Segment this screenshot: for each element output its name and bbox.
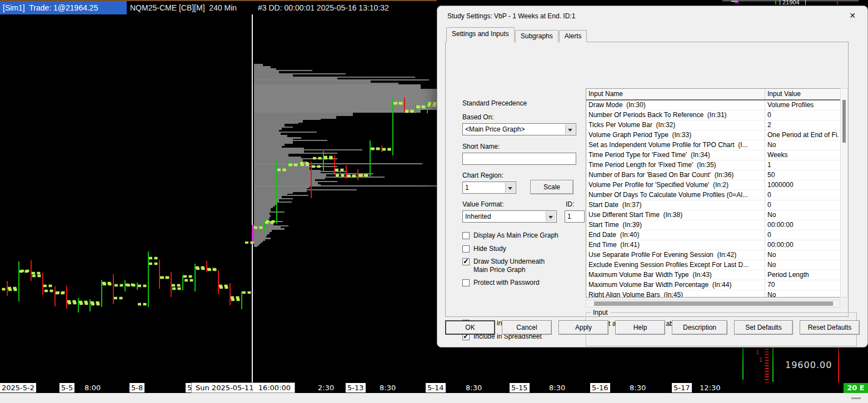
table-row[interactable]: Start Time (In:39)00:00:00 [586,220,847,230]
tab-alerts[interactable]: Alerts [559,30,587,42]
table-row[interactable]: Time Period Type for 'Fixed Time' (In:34… [586,150,847,160]
input-name-cell[interactable]: Number Of Days To Calculate Volume Profi… [586,190,765,200]
input-value-cell[interactable]: 0 [765,110,847,120]
input-name-cell[interactable]: Maximum Volume Bar Width Type (In:43) [586,270,765,280]
table-row[interactable]: Exclude Evening Session Profiles Except … [586,260,847,270]
input-value-cell[interactable]: 0 [765,190,847,200]
inputs-table-header[interactable]: Input Name Input Value [586,89,847,100]
table-row[interactable]: Maximum Volume Bar Width Type (In:43)Per… [586,270,847,280]
input-value-cell[interactable]: No [765,140,847,150]
based-on-dropdown[interactable]: <Main Price Graph> [462,123,576,135]
input-value-cell[interactable]: 0 [765,200,847,210]
input-value-cell[interactable]: One Period at End of Fi. [765,130,847,140]
set-defaults-button[interactable]: Set Defaults [734,320,793,335]
input-value-cell[interactable]: 0 [765,230,847,240]
table-row[interactable]: Number Of Periods Back To Reference (In:… [586,110,847,120]
input-value-cell[interactable]: 50 [765,170,847,180]
input-value-cell[interactable]: 00:00:00 [765,240,847,250]
table-row[interactable]: Use Separate Profile For Evening Session… [586,250,847,260]
unchecked-checkbox-icon[interactable] [462,245,470,253]
input-name-cell[interactable]: Start Date (In:37) [586,200,765,210]
checked-checkbox-icon[interactable] [462,258,470,265]
horizontal-scrollbar-thumb[interactable] [594,301,833,306]
unchecked-checkbox-icon[interactable] [462,232,470,239]
table-row[interactable]: Draw Mode (In:30)Volume Profiles [586,100,847,110]
input-name-cell[interactable]: Volume Per Profile for 'Specified Volume… [586,180,765,190]
input-value-cell[interactable]: Weeks [765,150,847,160]
input-value-cell[interactable]: 1 [765,160,847,170]
input-name-cell[interactable]: End Date (In:40) [586,230,765,240]
column-input-value[interactable]: Input Value [765,89,847,99]
table-row[interactable]: Number of Bars for 'Based On Bar Count' … [586,170,847,180]
input-name-cell[interactable]: Time Period Length for 'Fixed Time' (In:… [586,160,765,170]
checkbox-display-as-main-price-graph[interactable]: Display As Main Price Graph [462,231,558,240]
input-name-cell[interactable]: Maximum Volume Bar Width Percentage (In:… [586,280,765,290]
reset-defaults-button[interactable]: Reset Defaults [800,320,860,335]
table-row[interactable]: Volume Per Profile for 'Specified Volume… [586,180,847,190]
id-input[interactable]: 1 [565,210,585,223]
value-format-dropdown[interactable]: Inherited [462,210,557,223]
input-value-cell[interactable]: 70 [765,280,847,290]
input-name-cell[interactable]: Number of Bars for 'Based On Bar Count' … [586,170,765,180]
input-value-cell[interactable]: No [765,210,847,220]
table-row[interactable]: Use Different Start Time (In:38)No [586,210,847,220]
input-name-cell[interactable]: End Time (In:41) [586,240,765,250]
scale-button[interactable]: Scale [530,180,573,194]
input-name-cell[interactable]: Volume Graph Period Type (In:33) [586,130,765,140]
table-row[interactable]: End Time (In:41)00:00:00 [586,240,847,250]
input-value-cell[interactable]: No [765,290,847,298]
chart-region-dropdown[interactable]: 1 [462,182,516,194]
input-value-cell[interactable]: 1000000 [765,180,847,190]
chevron-down-icon[interactable] [505,183,515,193]
checkbox-protect-with-password[interactable]: Protect with Password [462,279,540,287]
input-value-cell[interactable]: 2 [765,120,847,130]
checkbox-label: Hide Study [473,245,506,253]
input-value-cell[interactable]: Period Length [765,270,847,280]
table-row[interactable]: Start Date (In:37)0 [586,200,847,210]
table-row[interactable]: Volume Graph Period Type (In:33)One Peri… [586,130,847,140]
input-group-label: Input [591,309,610,316]
checkbox-draw-study-underneath[interactable]: Draw Study Underneath Main Price Graph [462,258,545,274]
input-value-cell[interactable]: No [765,260,847,270]
table-row[interactable]: Ticks Per Volume Bar (In:32)2 [586,120,847,130]
cancel-button[interactable]: Cancel [502,320,552,335]
input-name-cell[interactable]: Start Time (In:39) [586,220,765,230]
table-row[interactable]: Maximum Volume Bar Width Percentage (In:… [586,280,847,290]
ok-button[interactable]: OK [445,320,495,335]
table-row[interactable]: Time Period Length for 'Fixed Time' (In:… [586,160,847,170]
input-value-cell[interactable]: Volume Profiles [765,100,847,110]
input-value-cell[interactable]: No [765,250,847,260]
chevron-down-icon[interactable] [565,124,575,134]
unchecked-checkbox-icon[interactable] [462,279,470,286]
input-name-cell[interactable]: Draw Mode (In:30) [586,100,765,110]
description-button[interactable]: Description [672,320,727,335]
bottom-scroll-strip[interactable] [0,393,868,403]
vertical-scrollbar-thumb[interactable] [842,100,846,143]
input-name-cell[interactable]: Use Different Start Time (In:38) [586,210,765,220]
column-input-name[interactable]: Input Name [586,89,765,99]
table-row[interactable]: Right Align Volume Bars (In:45)No [586,290,847,298]
input-name-cell[interactable]: Exclude Evening Session Profiles Except … [586,260,765,270]
inputs-table[interactable]: Input Name Input Value Draw Mode (In:30)… [586,88,848,298]
input-value-cell[interactable]: 00:00:00 [765,220,847,230]
table-row[interactable]: Set as Independent Volume Profile for TP… [586,140,847,150]
input-name-cell[interactable]: Time Period Type for 'Fixed Time' (In:34… [586,150,765,160]
close-icon[interactable]: ✕ [847,11,857,21]
apply-button[interactable]: Apply [558,320,608,335]
checkbox-hide-study[interactable]: Hide Study [462,245,506,253]
help-button[interactable]: Help [615,320,665,335]
input-name-cell[interactable]: Use Separate Profile For Evening Session… [586,250,765,260]
input-name-cell[interactable]: Right Align Volume Bars (In:45) [586,290,765,298]
table-horizontal-scrollbar[interactable] [586,300,840,308]
table-row[interactable]: End Date (In:40)0 [586,230,847,240]
input-name-cell[interactable]: Number Of Periods Back To Reference (In:… [586,110,765,120]
input-name-cell[interactable]: Set as Independent Volume Profile for TP… [586,140,765,150]
table-row[interactable]: Number Of Days To Calculate Volume Profi… [586,190,847,200]
input-name-cell[interactable]: Ticks Per Volume Bar (In:32) [586,120,765,130]
table-vertical-scrollbar[interactable] [840,88,848,298]
tab-settings-and-inputs[interactable]: Settings and Inputs [446,27,515,42]
short-name-input[interactable] [462,153,576,165]
horizontal-scrollbar-thumb[interactable] [851,397,861,399]
tab-subgraphs[interactable]: Subgraphs [515,30,558,42]
chevron-down-icon[interactable] [546,211,556,221]
